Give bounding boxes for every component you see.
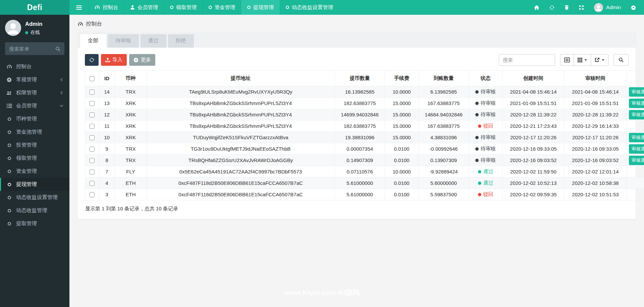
circle-icon (6, 131, 12, 134)
sidebar-item-funds-management[interactable]: 资金管理 (0, 165, 69, 178)
import-button-label: 导入 (112, 57, 122, 63)
sidebar-item-claim-management[interactable]: 领取管理 (0, 152, 69, 165)
table-search-button[interactable] (613, 54, 629, 66)
row-checkbox[interactable] (90, 124, 95, 129)
sidebar-item-dynamic-earnings-settings[interactable]: 动态收益设置管理 (0, 191, 69, 204)
approve-button[interactable]: 审核通过 (629, 99, 644, 108)
cell-coin: ETH (115, 189, 147, 200)
cell-amount: 19.38831096 (335, 132, 385, 143)
cell-id: 13 (99, 98, 115, 109)
cell-received: -0.00992646 (419, 143, 469, 155)
status-dot-icon (475, 159, 479, 162)
circle-icon (286, 6, 289, 9)
row-checkbox[interactable] (90, 101, 95, 106)
sidebar-item-extract-management[interactable]: 提取管理 (0, 217, 69, 230)
approve-button[interactable]: 审核通过 (629, 144, 644, 154)
status-label: 待审核 (481, 146, 496, 151)
export-button[interactable] (591, 54, 608, 66)
row-checkbox[interactable] (90, 135, 95, 140)
app-logo[interactable]: Defi (0, 0, 69, 15)
cell-status: 待审核 (469, 143, 502, 155)
navbar-icon-group (534, 5, 584, 10)
row-checkbox[interactable] (90, 169, 95, 174)
home-icon[interactable] (534, 5, 539, 10)
nav-item-members[interactable]: 会员管理 (124, 0, 164, 15)
row-checkbox[interactable] (90, 90, 95, 95)
cell-created: 2020-12-02 11:59:50 (502, 166, 565, 177)
cell-created: 2020-12-28 11:39:22 (502, 109, 565, 120)
approve-button[interactable]: 审核通过 (629, 133, 644, 142)
menu-icon (76, 5, 82, 10)
approve-button[interactable]: 审核通过 (629, 110, 644, 119)
cell-amount: 16.13982585 (335, 86, 385, 98)
tab-pending[interactable]: 待审核 (108, 34, 139, 48)
cell-id: 14 (99, 86, 115, 98)
row-checkbox[interactable] (90, 112, 95, 117)
sidebar-item-dynamic-earnings[interactable]: 动态收益管理 (0, 204, 69, 217)
search-icon[interactable] (55, 46, 60, 51)
sidebar-item-pool-management[interactable]: 资金池管理 (0, 125, 69, 139)
sidebar-item-coin-management[interactable]: 币种管理 (0, 112, 69, 125)
settings-gears-icon[interactable] (631, 5, 636, 10)
user-icon (130, 5, 135, 10)
sidebar-toggle-button[interactable] (69, 0, 89, 15)
column-header: 到账数量 (419, 71, 469, 86)
refresh-button[interactable] (85, 54, 99, 66)
sidebar-item-withdraw-management[interactable]: 提现管理 (0, 178, 69, 191)
cell-fee: 0.0100 (385, 177, 419, 189)
approve-button[interactable]: 审核通过 (629, 156, 644, 165)
column-header: 审核时间 (565, 71, 627, 86)
navbar-user-menu[interactable]: Admin (594, 3, 621, 12)
sidebar-item-investment-management[interactable]: 投资管理 (0, 139, 69, 152)
sidebar-item-label: 提现管理 (16, 181, 37, 188)
circle-icon (6, 117, 12, 121)
cell-coin: TRX (115, 143, 147, 155)
cell-coin: ETH (115, 177, 147, 189)
nav-item-withdraw[interactable]: 提现管理 (241, 0, 280, 15)
circle-icon (170, 6, 173, 9)
tab-passed[interactable]: 通过 (141, 34, 166, 48)
sidebar-item-general[interactable]: 常规管理 (0, 73, 69, 86)
approve-button[interactable]: 审核通过 (629, 87, 644, 97)
status-dot-icon (475, 113, 479, 116)
cell-received: -9.92889424 (419, 166, 469, 177)
cell-received: 5.59837500 (419, 189, 469, 200)
row-checkbox[interactable] (90, 181, 95, 186)
gear-icon (133, 57, 139, 62)
more-button-label: 更多 (141, 57, 151, 63)
table-row: 3ETH0xcF487F118d2B50E806DBB61E15caFCCA65… (85, 189, 644, 200)
select-all-checkbox[interactable] (90, 76, 95, 81)
refresh-icon[interactable] (549, 5, 554, 10)
cell-created: 2020-12-16 09:33:05 (502, 143, 565, 155)
tab-all[interactable]: 全部 (80, 34, 106, 48)
cell-coin: FLY (115, 166, 147, 177)
sidebar-item-permissions[interactable]: 权限管理 (0, 86, 69, 99)
table-row: 10XRKTUDuyWqjifZeK51SFkuVFZTGarzzxAtBva1… (85, 132, 644, 143)
more-button[interactable]: 更多 (129, 54, 155, 66)
row-checkbox[interactable] (90, 158, 95, 163)
sidebar-item-members[interactable]: 会员管理 (0, 99, 69, 112)
caret-down-icon (602, 59, 604, 62)
tab-rejected[interactable]: 拒绝 (168, 34, 194, 48)
nav-item-claim[interactable]: 领取管理 (164, 0, 203, 15)
trash-icon[interactable] (565, 5, 569, 10)
columns-button[interactable] (574, 54, 591, 66)
row-checkbox[interactable] (90, 147, 95, 152)
sidebar-item-label: 币种管理 (16, 115, 37, 122)
status-dot-icon (475, 147, 479, 151)
nav-item-dashboard[interactable]: 控制台 (89, 0, 124, 15)
status-dot-icon (478, 182, 481, 185)
nav-item-funds[interactable]: 资金管理 (203, 0, 241, 15)
import-icon (105, 58, 110, 62)
row-checkbox[interactable] (90, 192, 95, 197)
table-search-input[interactable] (499, 54, 555, 66)
cell-created: 2020-12-21 17:23:43 (502, 120, 565, 132)
import-button[interactable]: 导入 (101, 54, 127, 66)
select-all-header (85, 71, 99, 86)
sidebar-item-dashboard[interactable]: 控制台 (0, 60, 69, 73)
toggle-button[interactable] (560, 54, 574, 66)
nav-item-dynamic-earnings-settings[interactable]: 动态收益设置管理 (280, 0, 339, 15)
expand-icon[interactable] (579, 5, 584, 10)
menu-search-input[interactable] (9, 46, 55, 52)
sidebar-item-label: 动态收益管理 (16, 207, 47, 214)
